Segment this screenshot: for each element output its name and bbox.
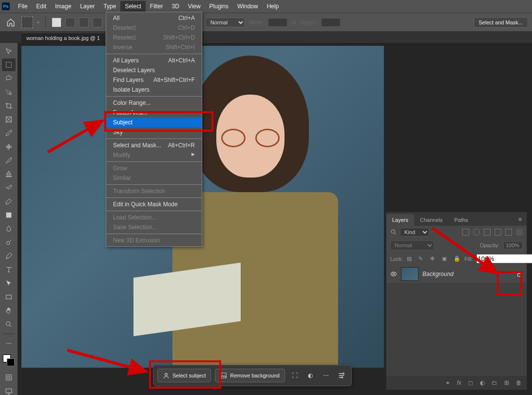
style-dropdown[interactable]: Normal (205, 18, 245, 27)
menu-item-new-3d-extrusion: New 3D Extrusion (106, 236, 202, 245)
pen-tool[interactable] (2, 250, 16, 262)
background-color[interactable] (7, 358, 15, 366)
fill-input[interactable] (476, 254, 532, 263)
filter-pixel-icon[interactable] (462, 229, 469, 236)
layer-fx-icon[interactable]: fx (457, 379, 461, 386)
more-icon[interactable]: ⋯ (320, 370, 332, 381)
layer-group-icon[interactable]: 🗀 (492, 379, 497, 386)
menu-item-select-and-mask[interactable]: Select and Mask...Alt+Ctrl+R (106, 140, 202, 150)
brush-tool[interactable] (2, 154, 16, 167)
color-swatches[interactable] (2, 354, 16, 367)
menu-item-edit-in-quick-mask-mode[interactable]: Edit in Quick Mask Mode (106, 199, 202, 209)
gradient-tool[interactable] (2, 209, 16, 221)
lock-position-icon[interactable]: ✥ (430, 256, 437, 262)
filter-adjustment-icon[interactable] (473, 229, 480, 236)
subtract-selection-icon[interactable] (79, 18, 89, 27)
lock-icon[interactable] (516, 271, 523, 277)
frame-tool[interactable] (2, 113, 16, 126)
edit-toolbar-icon[interactable]: ⋯ (2, 337, 16, 350)
filter-type-icon[interactable] (484, 229, 491, 236)
stamp-tool[interactable] (2, 168, 16, 180)
hand-tool[interactable] (2, 304, 16, 317)
type-tool[interactable] (2, 263, 16, 276)
menu-edit[interactable]: Edit (32, 1, 51, 12)
quick-select-tool[interactable] (2, 86, 16, 99)
lock-transparency-icon[interactable]: ▨ (407, 256, 414, 262)
menu-image[interactable]: Image (51, 1, 76, 12)
marquee-tool-preset[interactable] (21, 17, 33, 28)
delete-layer-icon[interactable]: 🗑 (516, 379, 522, 386)
menu-filter[interactable]: Filter (146, 1, 168, 12)
tab-channels[interactable]: Channels (414, 214, 448, 226)
photoshop-app-icon: Ps (2, 2, 10, 10)
quick-mask-icon[interactable] (2, 371, 16, 384)
new-selection-icon[interactable] (52, 18, 61, 27)
marquee-tool[interactable] (2, 59, 16, 71)
blur-tool[interactable] (2, 222, 16, 235)
tab-paths[interactable]: Paths (449, 214, 474, 226)
link-layers-icon[interactable]: ⚭ (445, 379, 450, 386)
menu-help[interactable]: Help (263, 1, 284, 12)
filter-smart-icon[interactable] (505, 229, 512, 236)
layer-row[interactable]: Background (386, 265, 527, 283)
menu-item-grow: Grow (106, 163, 202, 173)
menu-type[interactable]: Type (99, 1, 120, 12)
move-tool[interactable] (2, 45, 16, 58)
filter-shape-icon[interactable] (494, 229, 501, 236)
properties-icon[interactable] (336, 370, 347, 381)
opacity-input[interactable] (503, 241, 523, 249)
layer-filter-icons (462, 229, 523, 236)
rectangle-tool[interactable] (2, 291, 16, 303)
menu-item-deselect-layers[interactable]: Deselect Layers (106, 65, 202, 75)
intersect-selection-icon[interactable] (93, 18, 102, 27)
select-and-mask-button[interactable]: Select and Mask... (474, 17, 529, 28)
adjustment-icon[interactable]: ◐ (304, 370, 316, 381)
dodge-tool[interactable] (2, 236, 16, 249)
eyedropper-tool[interactable] (2, 127, 16, 139)
layer-mask-icon[interactable]: ◻ (468, 379, 473, 386)
menu-item-isolate-layers[interactable]: Isolate Layers (106, 85, 202, 95)
document-canvas[interactable] (21, 46, 384, 368)
add-selection-icon[interactable] (65, 18, 75, 27)
layer-filter-kind[interactable]: Kind (400, 228, 429, 237)
menu-item-color-range[interactable]: Color Range... (106, 98, 202, 108)
new-layer-icon[interactable]: ⊞ (504, 379, 509, 386)
path-select-tool[interactable] (2, 277, 16, 290)
menu-file[interactable]: File (14, 1, 32, 12)
remove-background-button[interactable]: Remove background (215, 369, 285, 382)
menu-select[interactable]: Select (120, 1, 145, 12)
menu-layer[interactable]: Layer (76, 1, 99, 12)
menu-item-focus-area[interactable]: Focus Area... (106, 108, 202, 118)
menu-plugins[interactable]: Plugins (205, 1, 233, 12)
adjustment-layer-icon[interactable]: ◐ (480, 379, 485, 386)
menu-item-all-layers[interactable]: All LayersAlt+Ctrl+A (106, 56, 202, 65)
menu-item-all[interactable]: AllCtrl+A (106, 13, 202, 23)
transform-icon[interactable]: ⛶ (289, 370, 301, 381)
healing-tool[interactable] (2, 140, 16, 153)
crop-tool[interactable] (2, 99, 16, 112)
lock-artboard-icon[interactable]: ▣ (442, 256, 449, 262)
lock-pixels-icon[interactable]: ✎ (418, 256, 425, 262)
lasso-tool[interactable] (2, 72, 16, 85)
visibility-icon[interactable] (390, 271, 397, 277)
history-brush-tool[interactable] (2, 181, 16, 194)
lock-all-icon[interactable]: 🔒 (454, 256, 460, 262)
filter-toggle-icon[interactable] (516, 229, 523, 236)
menu-3d[interactable]: 3D (167, 1, 183, 12)
document-tab[interactable]: woman holding a book.jpg @ 1 (21, 33, 105, 43)
layer-thumbnail[interactable] (401, 267, 418, 281)
svg-rect-7 (6, 295, 12, 299)
menu-item-sky[interactable]: Sky (106, 127, 202, 137)
menu-item-subject[interactable]: Subject (106, 118, 202, 127)
menu-item-find-layers[interactable]: Find LayersAlt+Shift+Ctrl+F (106, 75, 202, 85)
zoom-tool[interactable] (2, 318, 16, 331)
menu-window[interactable]: Window (233, 1, 263, 12)
select-subject-button[interactable]: Select subject (157, 369, 211, 382)
menu-view[interactable]: View (184, 1, 205, 12)
blend-mode-dropdown[interactable]: Normal (390, 240, 434, 250)
home-icon[interactable] (4, 16, 18, 29)
eraser-tool[interactable] (2, 195, 16, 208)
screen-mode-icon[interactable] (2, 385, 16, 395)
tab-layers[interactable]: Layers (386, 214, 414, 226)
panel-menu-icon[interactable]: ≡ (513, 213, 527, 226)
